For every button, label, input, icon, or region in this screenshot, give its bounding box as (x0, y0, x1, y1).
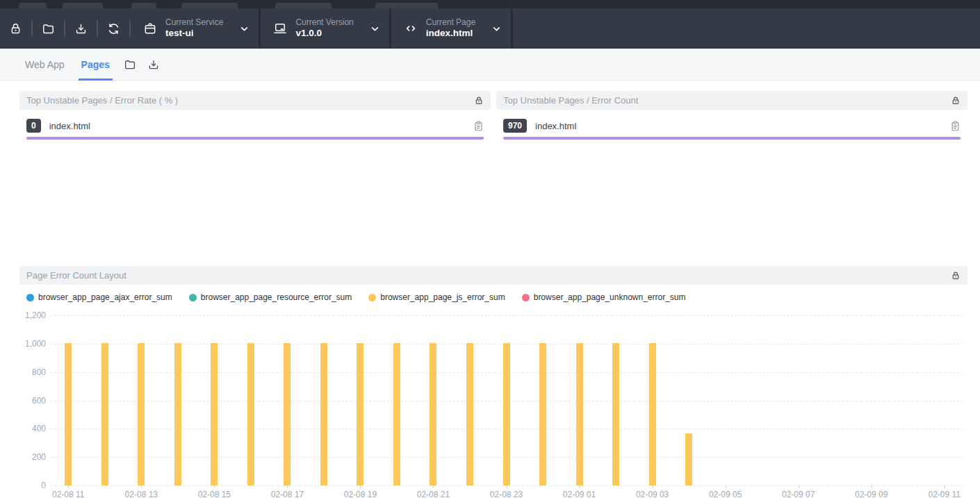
legend-item[interactable]: browser_app_page_js_error_sum (368, 292, 505, 302)
x-axis-tick-label: 02-09 09 (855, 490, 888, 498)
tab-web-app[interactable]: Web App (17, 49, 73, 81)
panel-error-count: Top Unstable Pages / Error Count 970 ind… (496, 91, 967, 140)
panel-title: Top Unstable Pages / Error Count (503, 95, 638, 106)
reload-button[interactable] (98, 8, 129, 49)
copy-button[interactable] (950, 120, 961, 132)
folder-button-secondary[interactable] (118, 49, 142, 81)
x-axis-tick-mark (580, 485, 580, 488)
panel-page-error-count-layout: Page Error Count Layout browser_app_page… (19, 266, 967, 498)
x-axis-tick-mark (214, 485, 215, 488)
partial-button[interactable] (63, 3, 103, 8)
download-button-secondary[interactable] (142, 49, 165, 81)
x-axis-tick-mark (433, 485, 434, 488)
folder-icon (42, 22, 55, 35)
panel-title: Top Unstable Pages / Error Rate ( % ) (26, 95, 178, 106)
y-gridline (50, 315, 963, 316)
toolbar-section-divider (511, 8, 513, 49)
x-axis-tick-mark (653, 485, 653, 488)
y-axis-tick-label: 200 (19, 452, 46, 462)
panel-title: Page Error Count Layout (26, 270, 126, 281)
download-icon (74, 22, 88, 35)
legend-item[interactable]: browser_app_page_resource_error_sum (189, 292, 352, 302)
lock-icon (9, 22, 22, 35)
y-axis-tick-label: 0 (19, 481, 46, 490)
bar-browser_app_page_js_error_sum (211, 343, 218, 485)
x-axis-tick-mark (945, 485, 945, 488)
chevron-down-icon (240, 24, 249, 33)
folder-button[interactable] (33, 8, 64, 49)
x-axis-tick-label: 02-09 07 (782, 490, 815, 498)
x-axis-tick-label: 02-08 11 (52, 490, 84, 498)
x-axis-tick-label: 02-08 15 (198, 490, 231, 498)
panel-header: Top Unstable Pages / Error Rate ( % ) (19, 91, 491, 110)
chart-legend: browser_app_page_ajax_error_sumbrowser_a… (26, 292, 967, 302)
panel-header: Top Unstable Pages / Error Count (496, 91, 967, 110)
partial-button[interactable] (19, 3, 47, 8)
bar-browser_app_page_js_error_sum (430, 343, 436, 485)
y-axis-tick-label: 800 (19, 367, 46, 377)
bar-browser_app_page_js_error_sum (138, 343, 145, 485)
top-panels-row: Top Unstable Pages / Error Rate ( % ) 0 … (19, 91, 967, 140)
lock-icon (474, 96, 484, 106)
x-axis-tick-mark (872, 485, 872, 488)
service-box-icon (143, 22, 157, 35)
partial-button[interactable] (131, 3, 156, 8)
y-axis-tick-label: 1,000 (19, 339, 46, 349)
legend-dot-icon (189, 294, 197, 301)
partial-button[interactable] (375, 3, 438, 8)
current-page-label: Current Page (426, 17, 475, 28)
current-page-value: index.html (426, 28, 475, 40)
unstable-page-row: 0 index.html (26, 119, 484, 133)
current-page-select[interactable]: Current Page index.html (391, 8, 511, 49)
x-axis-tick-mark (360, 485, 361, 488)
bar-browser_app_page_js_error_sum (576, 343, 583, 485)
copy-button[interactable] (473, 120, 484, 132)
download-icon (147, 58, 160, 71)
bar-browser_app_page_js_error_sum (393, 343, 400, 485)
bar-browser_app_page_js_error_sum (247, 343, 254, 485)
x-axis-tick-label: 02-09 11 (928, 490, 960, 498)
legend-label: browser_app_page_ajax_error_sum (38, 292, 172, 302)
error-count-bar-chart: 02004006008001,0001,20002-08 1102-08 130… (19, 308, 967, 498)
bar-browser_app_page_js_error_sum (284, 343, 291, 485)
bar-browser_app_page_js_error_sum (65, 343, 72, 485)
download-button[interactable] (65, 8, 97, 49)
error-count-bar (503, 137, 961, 140)
partial-button[interactable] (181, 3, 238, 8)
panel-lock-button[interactable] (951, 271, 961, 281)
lock-button[interactable] (0, 8, 31, 49)
panel-lock-button[interactable] (474, 96, 484, 106)
legend-label: browser_app_page_js_error_sum (380, 292, 505, 302)
x-axis-tick-label: 02-08 13 (125, 490, 158, 498)
x-axis-tick-mark (287, 485, 288, 488)
legend-item[interactable]: browser_app_page_unknown_error_sum (522, 292, 686, 302)
error-rate-badge: 0 (26, 119, 41, 133)
legend-label: browser_app_page_unknown_error_sum (534, 292, 686, 302)
clipped-top-button-strip (0, 0, 980, 8)
main-toolbar: Current Service test-ui Current Version … (0, 8, 980, 49)
panel-lock-button[interactable] (951, 96, 961, 106)
tab-pages[interactable]: Pages (73, 49, 118, 81)
legend-dot-icon (368, 294, 376, 301)
x-axis-tick-mark (726, 485, 726, 488)
x-axis-tick-mark (507, 485, 507, 488)
x-axis-tick-label: 02-09 05 (709, 490, 742, 498)
bar-browser_app_page_js_error_sum (539, 343, 546, 485)
y-axis-tick-label: 1,200 (19, 310, 46, 320)
current-version-select[interactable]: Current Version v1.0.0 (261, 8, 389, 49)
reload-icon (107, 22, 120, 35)
legend-item[interactable]: browser_app_page_ajax_error_sum (26, 292, 172, 302)
bar-browser_app_page_js_error_sum (174, 343, 181, 485)
bar-browser_app_page_js_error_sum (685, 433, 692, 485)
partial-button[interactable] (275, 3, 332, 8)
error-rate-bar (26, 137, 484, 140)
y-axis-tick-label: 400 (19, 424, 46, 433)
x-axis-tick-label: 02-09 03 (636, 490, 669, 498)
y-axis-tick-label: 600 (19, 396, 46, 406)
laptop-icon (273, 22, 287, 35)
code-icon (404, 22, 418, 35)
panel-error-rate: Top Unstable Pages / Error Rate ( % ) 0 … (19, 91, 491, 140)
current-service-select[interactable]: Current Service test-ui (131, 8, 259, 49)
folder-icon (124, 58, 136, 71)
x-axis-tick-label: 02-08 23 (490, 490, 523, 498)
